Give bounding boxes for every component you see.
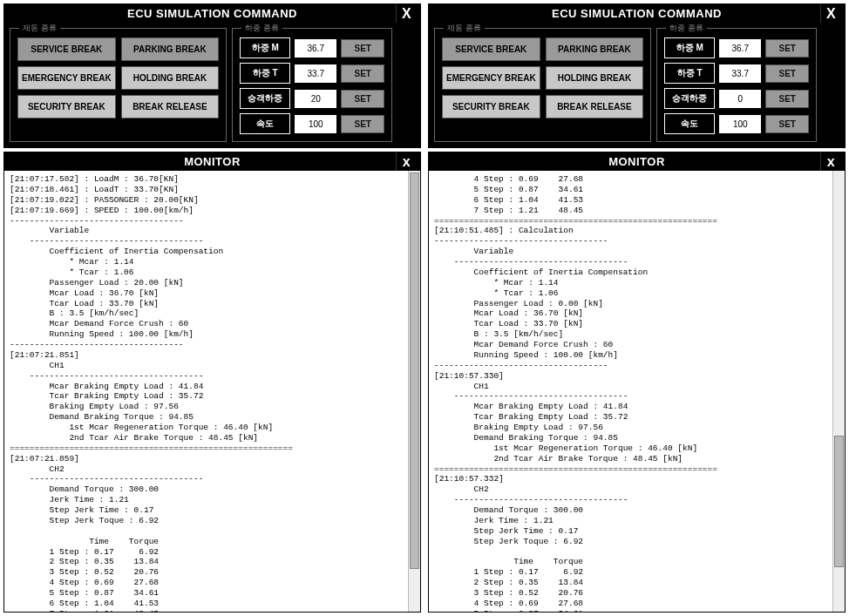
param-group: 하중 종류 하중 M 36.7 SET 하중 T 33.7 SET 승객하중 0… bbox=[656, 28, 817, 142]
scroll-thumb[interactable] bbox=[834, 436, 844, 568]
param-input-load-t[interactable]: 33.7 bbox=[295, 64, 336, 83]
break-grid: SERVICE BREAK PARKING BREAK EMERGENCY BR… bbox=[17, 37, 219, 118]
close-icon[interactable]: x bbox=[396, 152, 417, 171]
monitor-log[interactable]: 4 Step : 0.69 27.68 5 Step : 0.87 34.61 … bbox=[429, 171, 832, 612]
break-group-label: 제동 종류 bbox=[444, 23, 485, 34]
close-icon[interactable]: X bbox=[396, 4, 417, 23]
monitor-title: MONITOR bbox=[184, 155, 241, 168]
param-label-load-t: 하중 T bbox=[240, 63, 290, 84]
service-break-button[interactable]: SERVICE BREAK bbox=[442, 37, 540, 61]
monitor-window: MONITOR x 4 Step : 0.69 27.68 5 Step : 0… bbox=[428, 152, 846, 613]
command-titlebar: ECU SIMULATION COMMAND X bbox=[4, 4, 420, 23]
param-label-passenger: 승객하중 bbox=[664, 88, 715, 109]
command-body: 제동 종류 SERVICE BREAK PARKING BREAK EMERGE… bbox=[429, 23, 845, 147]
param-group-label: 하중 종류 bbox=[666, 23, 707, 34]
security-break-button[interactable]: SECURITY BREAK bbox=[17, 95, 116, 118]
monitor-titlebar: MONITOR x bbox=[4, 152, 420, 171]
emergency-break-button[interactable]: EMERGENCY BREAK bbox=[17, 66, 116, 90]
parking-break-button[interactable]: PARKING BREAK bbox=[546, 37, 644, 61]
param-input-load-t[interactable]: 33.7 bbox=[719, 64, 761, 83]
break-release-button[interactable]: BREAK RELEASE bbox=[546, 95, 644, 118]
param-label-load-m: 하중 M bbox=[664, 37, 715, 58]
left-panel: ECU SIMULATION COMMAND X 제동 종류 SERVICE B… bbox=[3, 3, 421, 613]
security-break-button[interactable]: SECURITY BREAK bbox=[442, 95, 540, 118]
param-grid: 하중 M 36.7 SET 하중 T 33.7 SET 승객하중 0 SET 속… bbox=[664, 37, 809, 134]
set-button-passenger[interactable]: SET bbox=[341, 90, 384, 108]
param-group: 하중 종류 하중 M 36.7 SET 하중 T 33.7 SET 승객하중 2… bbox=[232, 28, 392, 142]
service-break-button[interactable]: SERVICE BREAK bbox=[17, 37, 116, 61]
param-input-load-m[interactable]: 36.7 bbox=[719, 39, 761, 58]
monitor-window: MONITOR x [21:07:17.582] : LoadM : 36.70… bbox=[3, 152, 421, 613]
set-button-speed[interactable]: SET bbox=[765, 115, 809, 133]
scrollbar[interactable] bbox=[408, 171, 420, 612]
break-group-label: 제동 종류 bbox=[19, 23, 60, 34]
command-titlebar: ECU SIMULATION COMMAND X bbox=[429, 4, 845, 23]
param-input-speed[interactable]: 100 bbox=[719, 115, 761, 133]
param-label-speed: 속도 bbox=[664, 113, 715, 134]
set-button-load-t[interactable]: SET bbox=[765, 64, 809, 83]
set-button-load-t[interactable]: SET bbox=[341, 64, 384, 83]
param-label-load-t: 하중 T bbox=[664, 63, 715, 84]
monitor-body: 4 Step : 0.69 27.68 5 Step : 0.87 34.61 … bbox=[429, 171, 845, 612]
command-window: ECU SIMULATION COMMAND X 제동 종류 SERVICE B… bbox=[428, 3, 846, 148]
emergency-break-button[interactable]: EMERGENCY BREAK bbox=[442, 66, 540, 90]
monitor-title: MONITOR bbox=[608, 155, 665, 168]
break-grid: SERVICE BREAK PARKING BREAK EMERGENCY BR… bbox=[442, 37, 643, 118]
scroll-thumb[interactable] bbox=[410, 173, 419, 569]
param-group-label: 하중 종류 bbox=[241, 23, 282, 34]
holding-break-button[interactable]: HOLDING BREAK bbox=[546, 66, 644, 90]
param-grid: 하중 M 36.7 SET 하중 T 33.7 SET 승객하중 20 SET … bbox=[240, 37, 384, 134]
break-release-button[interactable]: BREAK RELEASE bbox=[121, 95, 220, 118]
set-button-load-m[interactable]: SET bbox=[341, 39, 384, 58]
close-icon[interactable]: X bbox=[820, 4, 841, 23]
monitor-body: [21:07:17.582] : LoadM : 36.70[KN] [21:0… bbox=[4, 171, 420, 612]
set-button-speed[interactable]: SET bbox=[341, 115, 384, 133]
set-button-passenger[interactable]: SET bbox=[765, 90, 809, 108]
param-input-passenger[interactable]: 20 bbox=[295, 90, 336, 108]
command-window: ECU SIMULATION COMMAND X 제동 종류 SERVICE B… bbox=[3, 3, 421, 148]
scrollbar[interactable] bbox=[832, 171, 845, 612]
param-label-speed: 속도 bbox=[240, 113, 290, 134]
command-title: ECU SIMULATION COMMAND bbox=[127, 7, 297, 20]
monitor-titlebar: MONITOR x bbox=[429, 152, 845, 171]
close-icon[interactable]: x bbox=[820, 152, 841, 171]
set-button-load-m[interactable]: SET bbox=[765, 39, 809, 58]
command-body: 제동 종류 SERVICE BREAK PARKING BREAK EMERGE… bbox=[4, 23, 420, 147]
param-input-passenger[interactable]: 0 bbox=[719, 90, 761, 108]
parking-break-button[interactable]: PARKING BREAK bbox=[121, 37, 220, 61]
right-panel: ECU SIMULATION COMMAND X 제동 종류 SERVICE B… bbox=[428, 3, 846, 613]
break-group: 제동 종류 SERVICE BREAK PARKING BREAK EMERGE… bbox=[10, 28, 227, 142]
param-label-load-m: 하중 M bbox=[240, 37, 290, 58]
break-group: 제동 종류 SERVICE BREAK PARKING BREAK EMERGE… bbox=[434, 28, 651, 142]
param-label-passenger: 승객하중 bbox=[240, 88, 290, 109]
monitor-log[interactable]: [21:07:17.582] : LoadM : 36.70[KN] [21:0… bbox=[4, 171, 408, 612]
holding-break-button[interactable]: HOLDING BREAK bbox=[121, 66, 220, 90]
param-input-load-m[interactable]: 36.7 bbox=[295, 39, 336, 58]
command-title: ECU SIMULATION COMMAND bbox=[552, 7, 722, 20]
param-input-speed[interactable]: 100 bbox=[295, 115, 336, 133]
